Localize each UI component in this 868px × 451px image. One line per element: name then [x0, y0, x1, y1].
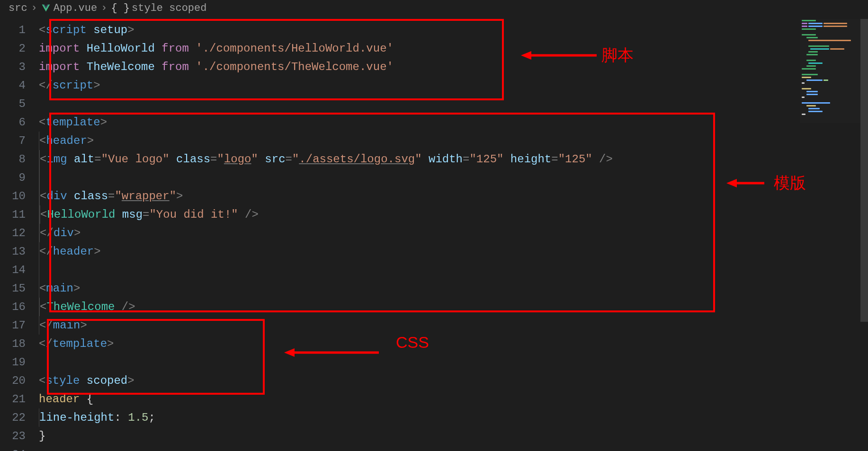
code-line[interactable]	[39, 168, 868, 187]
code-line[interactable]: <TheWelcome />	[39, 298, 868, 316]
line-number[interactable]: 15	[0, 279, 39, 298]
breadcrumb-seg-src[interactable]: src	[9, 2, 27, 14]
line-number[interactable]: 3	[0, 58, 39, 76]
line-number[interactable]: 14	[0, 261, 39, 279]
code-line[interactable]: <style scoped>	[39, 371, 868, 390]
code-line[interactable]: }	[39, 427, 868, 445]
line-number[interactable]: 19	[0, 353, 39, 371]
code-line[interactable]: header {	[39, 390, 868, 408]
line-number[interactable]: 5	[0, 95, 39, 113]
line-number[interactable]: 21	[0, 390, 39, 408]
code-line[interactable]: </template>	[39, 335, 868, 353]
gutter[interactable]: 1 2 3 4 5 6 7 8 9 10 11 12 13 14 15 16 1…	[0, 16, 39, 451]
vue-file-icon	[41, 3, 51, 13]
breadcrumb-seg-symbol[interactable]: style scoped	[132, 2, 206, 14]
indent-guide	[39, 168, 40, 187]
line-number[interactable]: 1	[0, 21, 39, 39]
code-line[interactable]: <main>	[39, 279, 868, 298]
scrollbar-thumb[interactable]	[860, 19, 868, 322]
minimap[interactable]	[800, 19, 860, 123]
line-number[interactable]: 22	[0, 408, 39, 427]
line-number[interactable]: 11	[0, 205, 39, 224]
line-number[interactable]: 24	[0, 445, 39, 451]
editor-area: 1 2 3 4 5 6 7 8 9 10 11 12 13 14 15 16 1…	[0, 16, 868, 451]
line-number[interactable]: 6	[0, 113, 39, 132]
code-line[interactable]: </script>	[39, 76, 868, 95]
line-number[interactable]: 9	[0, 168, 39, 187]
line-number[interactable]: 8	[0, 150, 39, 168]
line-number[interactable]: 18	[0, 335, 39, 353]
line-number[interactable]: 20	[0, 371, 39, 390]
code-line[interactable]: <HelloWorld msg="You did it!" />	[39, 205, 868, 224]
code-line[interactable]	[39, 95, 868, 113]
line-number[interactable]: 4	[0, 76, 39, 95]
chevron-right-icon: ›	[31, 2, 37, 14]
line-number[interactable]: 16	[0, 298, 39, 316]
code-line[interactable]: import HelloWorld from './components/Hel…	[39, 39, 868, 58]
code-line[interactable]: <div class="wrapper">	[39, 187, 868, 205]
breadcrumb-seg-file[interactable]: App.vue	[54, 2, 97, 14]
code-line[interactable]	[39, 261, 868, 279]
code-line[interactable]: </header>	[39, 242, 868, 261]
line-number[interactable]: 2	[0, 39, 39, 58]
code-line[interactable]: <script setup>	[39, 21, 868, 39]
code-editor[interactable]: <script setup> import HelloWorld from '.…	[39, 16, 868, 451]
chevron-right-icon: ›	[101, 2, 107, 14]
indent-guide	[39, 261, 39, 279]
line-number[interactable]: 7	[0, 132, 39, 150]
breadcrumb[interactable]: src › App.vue › { } style scoped	[0, 0, 868, 16]
vertical-scrollbar[interactable]	[860, 16, 868, 451]
code-line[interactable]: </div>	[39, 224, 868, 242]
line-number[interactable]: 12	[0, 224, 39, 242]
code-line[interactable]: line-height: 1.5;	[39, 408, 868, 427]
line-number[interactable]: 13	[0, 242, 39, 261]
code-line[interactable]	[39, 353, 868, 371]
symbol-namespace-icon: { }	[111, 2, 130, 14]
code-line[interactable]: </main>	[39, 316, 868, 335]
line-number[interactable]: 10	[0, 187, 39, 205]
code-line[interactable]: import TheWelcome from './components/The…	[39, 58, 868, 76]
line-number[interactable]: 17	[0, 316, 39, 335]
code-line[interactable]: <header>	[39, 132, 868, 150]
code-line[interactable]: <template>	[39, 113, 868, 132]
line-number[interactable]: 23	[0, 427, 39, 445]
code-line[interactable]: <img alt="Vue logo" class="logo" src="./…	[39, 150, 868, 168]
